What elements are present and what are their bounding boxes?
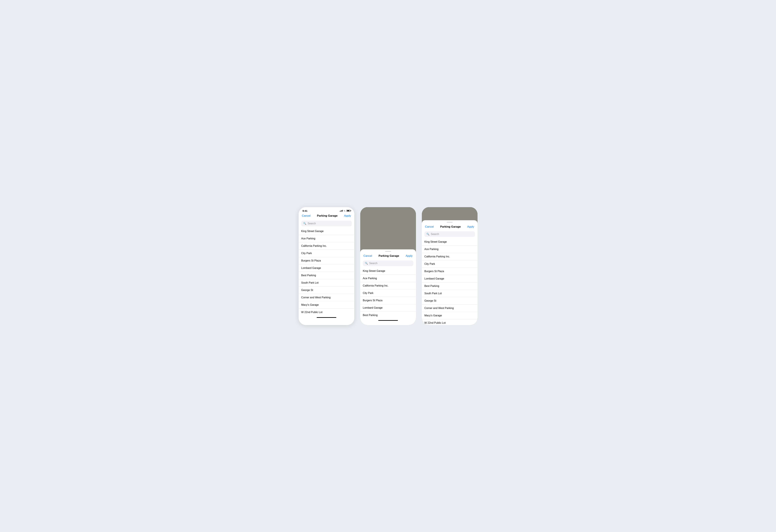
list-item[interactable]: W 22nd Public Lot — [299, 309, 354, 316]
wifi-icon: ∿ — [344, 210, 346, 212]
search-input-2[interactable]: Search — [369, 262, 378, 265]
list-item[interactable]: Lombard Garage — [422, 275, 477, 282]
list-item[interactable]: California Parking Inc. — [299, 242, 354, 250]
list-item[interactable]: Burgers St Plaza — [422, 268, 477, 275]
cancel-button-2[interactable]: Cancel — [364, 254, 372, 258]
list-item[interactable]: Burgers St Plaza — [360, 297, 416, 304]
list-item[interactable]: Ace Parking — [299, 235, 354, 242]
garage-list-2: King Street Garage Ace Parking Californi… — [360, 267, 416, 319]
status-icons: ∿ — [340, 210, 350, 212]
list-item[interactable]: South Park Lot — [422, 290, 477, 297]
garage-list-1: King Street Garage Ace Parking Californi… — [299, 228, 354, 316]
phone-screen-2: Cancel Parking Garage Apply 🔍 Search Kin… — [360, 207, 416, 325]
sheet-handle-2 — [360, 249, 416, 252]
garage-list-3: King Street Garage Ace Parking Californi… — [422, 238, 477, 325]
search-bar-3[interactable]: 🔍 Search — [424, 231, 475, 237]
signal-bars-icon — [340, 210, 343, 212]
sheet-handle-3 — [422, 220, 477, 223]
home-bar-1 — [317, 317, 336, 318]
search-container-2: 🔍 Search — [360, 259, 416, 267]
home-bar-2 — [378, 320, 398, 321]
search-input-1[interactable]: Search — [308, 222, 316, 225]
list-item[interactable]: South Park Lot — [299, 279, 354, 287]
list-item[interactable]: Macy's Garage — [299, 301, 354, 309]
status-time: 9:41 — [303, 209, 308, 212]
bottom-sheet-2: Cancel Parking Garage Apply 🔍 Search Kin… — [360, 249, 416, 325]
home-indicator-2 — [360, 319, 416, 322]
list-item[interactable]: Lombard Garage — [360, 304, 416, 312]
list-item[interactable]: Lombard Garage — [299, 264, 354, 272]
list-item[interactable]: George St — [422, 297, 477, 305]
list-item[interactable]: Best Parking — [360, 312, 416, 319]
list-item[interactable]: King Street Garage — [422, 238, 477, 246]
nav-title-3: Parking Garage — [440, 225, 461, 228]
apply-button-1[interactable]: Apply — [344, 214, 351, 218]
list-item[interactable]: King Street Garage — [360, 267, 416, 275]
list-item[interactable]: Best Parking — [422, 282, 477, 290]
cancel-button-1[interactable]: Cancel — [302, 214, 311, 218]
list-item[interactable]: George St — [299, 287, 354, 294]
search-icon-3: 🔍 — [426, 233, 429, 236]
list-item[interactable]: California Parking Inc. — [360, 282, 416, 289]
list-item[interactable]: California Parking Inc. — [422, 253, 477, 260]
search-bar-1[interactable]: 🔍 Search — [301, 221, 352, 226]
search-container-3: 🔍 Search — [422, 230, 477, 238]
phone-screen-1: 9:41 ∿ Cancel Parking Garage Apply — [299, 207, 354, 325]
battery-icon — [347, 210, 350, 212]
list-item[interactable]: W 22nd Public Lot — [422, 319, 477, 325]
phone-screen-3: Cancel Parking Garage Apply 🔍 Search Kin… — [422, 207, 477, 325]
search-input-3[interactable]: Search — [431, 233, 439, 236]
list-item[interactable]: Burgers St Plaza — [299, 257, 354, 264]
sheet-nav-2: Cancel Parking Garage Apply — [360, 252, 416, 259]
search-bar-2[interactable]: 🔍 Search — [363, 261, 413, 266]
list-item[interactable]: Ace Parking — [422, 246, 477, 253]
screens-container: 9:41 ∿ Cancel Parking Garage Apply — [299, 207, 477, 325]
list-item[interactable]: City Park — [299, 250, 354, 257]
home-indicator-1 — [299, 316, 354, 319]
list-item[interactable]: City Park — [360, 289, 416, 297]
list-item[interactable]: Ace Parking — [360, 275, 416, 282]
nav-title-1: Parking Garage — [317, 214, 338, 218]
status-bar-1: 9:41 ∿ — [299, 207, 354, 214]
apply-button-2[interactable]: Apply — [406, 254, 413, 258]
bottom-sheet-3: Cancel Parking Garage Apply 🔍 Search Kin… — [422, 220, 477, 325]
search-icon-1: 🔍 — [303, 222, 306, 225]
cancel-button-3[interactable]: Cancel — [425, 225, 434, 228]
list-item[interactable]: Corner and West Parking — [299, 294, 354, 301]
search-icon-2: 🔍 — [365, 262, 368, 265]
sheet-nav-3: Cancel Parking Garage Apply — [422, 223, 477, 230]
nav-title-2: Parking Garage — [379, 254, 399, 258]
list-item[interactable]: Macy's Garage — [422, 312, 477, 319]
list-item[interactable]: Best Parking — [299, 272, 354, 279]
apply-button-3[interactable]: Apply — [467, 225, 474, 228]
nav-bar-1: Cancel Parking Garage Apply — [299, 214, 354, 219]
search-container-1: 🔍 Search — [299, 219, 354, 228]
list-item[interactable]: Corner and West Parking — [422, 305, 477, 312]
list-item[interactable]: King Street Garage — [299, 228, 354, 235]
list-item[interactable]: City Park — [422, 260, 477, 268]
